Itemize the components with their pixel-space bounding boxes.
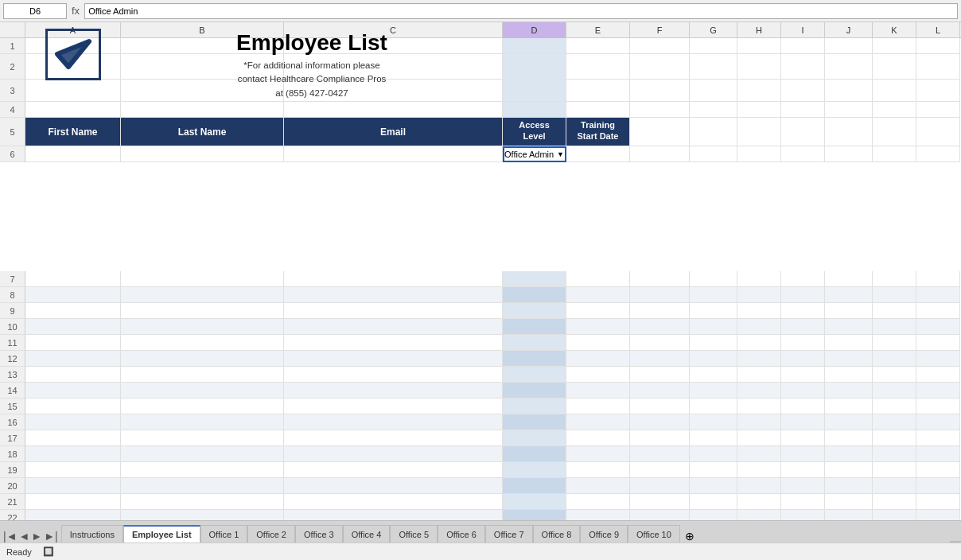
- cell-row18-col1[interactable]: [121, 446, 284, 462]
- cell-row11-col0[interactable]: [25, 335, 121, 351]
- cell-row19-col6[interactable]: [690, 462, 737, 478]
- tab-office-9[interactable]: Office 9: [580, 525, 628, 542]
- tab-office-6[interactable]: Office 6: [438, 525, 485, 542]
- cell-row14-col8[interactable]: [781, 383, 825, 399]
- col-header-b[interactable]: B: [121, 22, 284, 38]
- cell-row18-col8[interactable]: [781, 446, 825, 462]
- cell-i4[interactable]: [781, 102, 825, 118]
- tab-office-8[interactable]: Office 8: [533, 525, 581, 542]
- cell-row15-col8[interactable]: [781, 399, 825, 414]
- cell-row15-col6[interactable]: [690, 399, 737, 414]
- cell-row9-col7[interactable]: [737, 303, 781, 319]
- cell-row22-col5[interactable]: [630, 510, 690, 520]
- cell-row14-col1[interactable]: [121, 383, 284, 399]
- tab-nav-first[interactable]: |◄: [3, 530, 18, 542]
- col-header-d[interactable]: D: [503, 22, 566, 38]
- cell-g1[interactable]: [690, 38, 737, 54]
- cell-i3[interactable]: [781, 80, 825, 102]
- cell-i6[interactable]: [781, 146, 825, 162]
- col-header-j[interactable]: J: [825, 22, 873, 38]
- cell-row9-col4[interactable]: [566, 303, 630, 319]
- cell-b3[interactable]: [121, 80, 284, 102]
- cell-g6[interactable]: [690, 146, 737, 162]
- cell-c1[interactable]: [284, 38, 503, 54]
- cell-j5[interactable]: [825, 118, 873, 146]
- cell-row19-col0[interactable]: [25, 462, 121, 478]
- cell-row10-col10[interactable]: [873, 319, 916, 335]
- name-box[interactable]: D6: [3, 3, 67, 19]
- cell-h2[interactable]: [737, 54, 781, 80]
- cell-row16-col5[interactable]: [630, 414, 690, 430]
- cell-row8-col4[interactable]: [566, 287, 630, 303]
- cell-g2[interactable]: [690, 54, 737, 80]
- cell-b6[interactable]: [121, 146, 284, 162]
- cell-row15-col2[interactable]: [284, 399, 503, 414]
- cell-row15-col5[interactable]: [630, 399, 690, 414]
- cell-d1[interactable]: [503, 38, 566, 54]
- cell-row14-col6[interactable]: [690, 383, 737, 399]
- cell-row17-col4[interactable]: [566, 430, 630, 446]
- cell-row15-col10[interactable]: [873, 399, 916, 414]
- cell-row8-col8[interactable]: [781, 287, 825, 303]
- cell-e1[interactable]: [566, 38, 630, 54]
- col-header-a[interactable]: A: [25, 22, 121, 38]
- cell-row19-col2[interactable]: [284, 462, 503, 478]
- cell-row18-col5[interactable]: [630, 446, 690, 462]
- cell-row20-col3[interactable]: [503, 478, 566, 494]
- cell-row13-col6[interactable]: [690, 367, 737, 383]
- cell-row10-col2[interactable]: [284, 319, 503, 335]
- cell-g5[interactable]: [690, 118, 737, 146]
- cell-row15-col0[interactable]: [25, 399, 121, 414]
- cell-row18-col11[interactable]: [916, 446, 960, 462]
- cell-row17-col8[interactable]: [781, 430, 825, 446]
- cell-row11-col10[interactable]: [873, 335, 916, 351]
- cell-row11-col7[interactable]: [737, 335, 781, 351]
- cell-row16-col9[interactable]: [825, 414, 873, 430]
- cell-row10-col5[interactable]: [630, 319, 690, 335]
- cell-i5[interactable]: [781, 118, 825, 146]
- cell-row22-col11[interactable]: [916, 510, 960, 520]
- tab-office-2[interactable]: Office 2: [247, 525, 295, 542]
- cell-g4[interactable]: [690, 102, 737, 118]
- tab-office-10[interactable]: Office 10: [628, 525, 680, 542]
- cell-row22-col10[interactable]: [873, 510, 916, 520]
- cell-row8-col11[interactable]: [916, 287, 960, 303]
- cell-row11-col6[interactable]: [690, 335, 737, 351]
- cell-f4[interactable]: [630, 102, 690, 118]
- cell-k3[interactable]: [873, 80, 916, 102]
- col-header-k[interactable]: K: [873, 22, 916, 38]
- col-header-c[interactable]: C: [284, 22, 503, 38]
- tab-office-3[interactable]: Office 3: [295, 525, 343, 542]
- cell-row21-col9[interactable]: [825, 494, 873, 510]
- tab-nav-last[interactable]: ►|: [44, 530, 58, 542]
- cell-row21-col1[interactable]: [121, 494, 284, 510]
- cell-row21-col0[interactable]: [25, 494, 121, 510]
- cell-h6[interactable]: [737, 146, 781, 162]
- cell-row22-col6[interactable]: [690, 510, 737, 520]
- cell-row21-col3[interactable]: [503, 494, 566, 510]
- cell-g3[interactable]: [690, 80, 737, 102]
- cell-row7-col1[interactable]: [121, 271, 284, 287]
- cell-row8-col6[interactable]: [690, 287, 737, 303]
- cell-row11-col2[interactable]: [284, 335, 503, 351]
- cell-h3[interactable]: [737, 80, 781, 102]
- cell-row22-col1[interactable]: [121, 510, 284, 520]
- cell-k1[interactable]: [873, 38, 916, 54]
- cell-row10-col6[interactable]: [690, 319, 737, 335]
- cell-i2[interactable]: [781, 54, 825, 80]
- cell-row21-col8[interactable]: [781, 494, 825, 510]
- cell-row14-col4[interactable]: [566, 383, 630, 399]
- tab-office-1[interactable]: Office 1: [200, 525, 248, 542]
- cell-b1[interactable]: [121, 38, 284, 54]
- cell-row14-col11[interactable]: [916, 383, 960, 399]
- cell-row9-col2[interactable]: [284, 303, 503, 319]
- cell-row16-col11[interactable]: [916, 414, 960, 430]
- cell-row17-col9[interactable]: [825, 430, 873, 446]
- cell-row8-col1[interactable]: [121, 287, 284, 303]
- col-header-e[interactable]: E: [566, 22, 630, 38]
- cell-row9-col9[interactable]: [825, 303, 873, 319]
- col-header-h[interactable]: H: [737, 22, 781, 38]
- cell-row18-col10[interactable]: [873, 446, 916, 462]
- cell-k4[interactable]: [873, 102, 916, 118]
- cell-row16-col10[interactable]: [873, 414, 916, 430]
